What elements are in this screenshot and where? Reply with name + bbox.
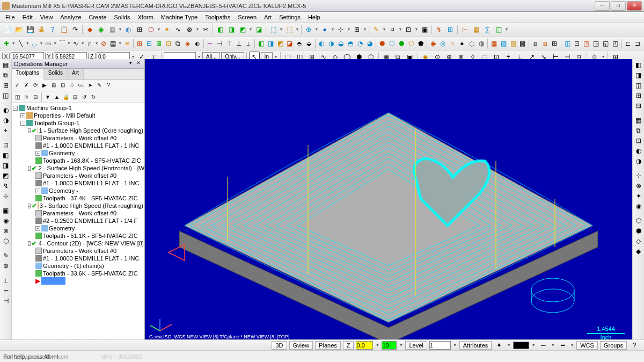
tool-icon[interactable]: ◉ bbox=[634, 201, 643, 211]
menu-toolpaths[interactable]: Toolpaths bbox=[202, 13, 233, 21]
tp-icon[interactable]: ◐ bbox=[317, 38, 326, 49]
tp-icon[interactable]: ⬟ bbox=[416, 38, 425, 49]
axis-icon[interactable]: ⊹ bbox=[335, 24, 346, 35]
tree-tpgroup[interactable]: Toolpath Group-1 bbox=[34, 119, 79, 127]
color-swatch[interactable] bbox=[513, 342, 529, 349]
tool-icon[interactable]: ≋ bbox=[22, 93, 31, 102]
cube-icon[interactable]: ◪ bbox=[253, 24, 264, 35]
status-z-label[interactable]: Z bbox=[343, 341, 354, 350]
xform-icon[interactable]: ⊡ bbox=[164, 38, 173, 49]
plus-icon[interactable]: ✚ bbox=[2, 38, 11, 49]
attr-icon[interactable]: ✦ bbox=[494, 340, 504, 351]
menu-file[interactable]: File bbox=[2, 13, 18, 21]
op-path[interactable]: Toolpath - 33.6K - SF5-HVATAC ZIC bbox=[43, 270, 138, 277]
tool-icon[interactable]: ◆ bbox=[634, 247, 643, 256]
op-tool[interactable]: #1 - 1.0000 ENDMILL1 FLAT - 1 INC bbox=[43, 142, 139, 149]
tool-icon[interactable]: ⧉ bbox=[1, 70, 11, 80]
tool-icon[interactable]: ⊡ bbox=[403, 24, 414, 35]
tp-icon[interactable]: ◓ bbox=[346, 38, 355, 49]
tool-icon[interactable]: ⊘ bbox=[99, 38, 108, 49]
lineweight-icon[interactable]: ━ bbox=[557, 340, 568, 351]
tool-icon[interactable]: ◰ bbox=[611, 38, 620, 49]
op-title[interactable]: 2 - Surface High Speed (Horizontal) - [W bbox=[39, 164, 144, 172]
dim-icon[interactable]: ⊥ bbox=[234, 38, 243, 49]
tp-icon[interactable]: ◎ bbox=[438, 38, 448, 49]
tool-icon[interactable]: ▼ bbox=[43, 93, 52, 102]
tool-icon[interactable]: ∩ bbox=[85, 38, 94, 49]
xform-icon[interactable]: ⊠ bbox=[155, 38, 164, 49]
op-tool[interactable]: #1 - 1.0000 ENDMILL1 FLAT - 1 INC bbox=[43, 179, 139, 187]
tool-icon[interactable]: ⊡ bbox=[31, 93, 40, 102]
menu-edit[interactable]: Edit bbox=[19, 13, 36, 21]
tool-icon[interactable]: ↯ bbox=[1, 181, 11, 191]
rect-icon[interactable]: ▭ bbox=[43, 38, 53, 49]
tool-icon[interactable]: ⬡ bbox=[145, 24, 156, 35]
dim-icon[interactable]: ⊢ bbox=[206, 38, 215, 49]
tool-icon[interactable]: ◫ bbox=[634, 81, 643, 90]
solid-icon[interactable]: ⬘ bbox=[295, 38, 304, 49]
tool-icon[interactable]: ∑ bbox=[482, 24, 493, 35]
insert-arrow-icon[interactable]: ▶ bbox=[35, 277, 40, 285]
xform-icon[interactable]: ⊞ bbox=[135, 38, 144, 49]
tool-icon[interactable]: ◐ bbox=[123, 24, 134, 35]
op-param[interactable]: Parameters - Work offset #0 bbox=[43, 247, 116, 255]
print-icon[interactable]: 🖶 bbox=[36, 24, 47, 35]
tool-icon[interactable]: ⊏ bbox=[624, 38, 633, 49]
tool-icon[interactable]: ▣ bbox=[1, 206, 11, 215]
menu-view[interactable]: View bbox=[37, 13, 56, 21]
status-3d[interactable]: 3D bbox=[272, 341, 287, 350]
dim-icon[interactable]: ⟂ bbox=[244, 38, 253, 49]
op-path[interactable]: Toolpath - 51.1K - SF5-HVATAC ZIC bbox=[43, 232, 138, 240]
tool-icon[interactable]: ⧈ bbox=[531, 38, 540, 49]
op-param[interactable]: Parameters - Work offset #0 bbox=[43, 209, 116, 217]
dim-icon[interactable]: ⊤ bbox=[224, 38, 233, 49]
save-icon[interactable]: 💾 bbox=[25, 24, 35, 35]
tool-icon[interactable]: ◩ bbox=[1, 171, 11, 180]
menu-help[interactable]: Help bbox=[305, 13, 324, 21]
lock-icon[interactable]: 🔒 bbox=[62, 93, 70, 102]
xform-icon[interactable]: ◈ bbox=[183, 38, 192, 49]
tool-icon[interactable]: ⊡ bbox=[634, 136, 643, 146]
tab-art[interactable]: Art bbox=[68, 69, 84, 79]
tool-icon[interactable]: ◫ bbox=[563, 38, 572, 49]
tp-icon[interactable]: ◒ bbox=[336, 38, 346, 49]
tool-icon[interactable]: ◉ bbox=[1, 216, 11, 226]
arc-icon[interactable]: ◡ bbox=[30, 38, 39, 49]
tool-icon[interactable]: ◲ bbox=[591, 38, 601, 49]
status-planes[interactable]: Planes bbox=[315, 341, 341, 350]
tool-icon[interactable]: ◐ bbox=[634, 146, 643, 156]
g1-icon[interactable]: G1 bbox=[77, 81, 85, 90]
tool-icon[interactable]: ⊞ bbox=[445, 24, 456, 35]
op-path[interactable]: Toolpath - 163.8K - SF5-HVATAC ZIC bbox=[43, 157, 141, 164]
op-param[interactable]: Parameters - Work offset #0 bbox=[43, 172, 116, 179]
tree-root[interactable]: Machine Group-1 bbox=[26, 104, 72, 112]
tp-icon[interactable]: ◌ bbox=[467, 38, 476, 49]
tool-icon[interactable]: ▦ bbox=[107, 24, 118, 35]
selected-insert-point[interactable] bbox=[41, 277, 65, 285]
tool-icon[interactable]: ▦ bbox=[1, 60, 11, 70]
pencil-icon[interactable]: ✎ bbox=[371, 24, 382, 35]
status-attributes[interactable]: Attributes bbox=[459, 341, 492, 350]
status-level-input[interactable] bbox=[429, 341, 451, 350]
sphere-icon[interactable]: ● bbox=[319, 24, 330, 35]
op-geom[interactable]: Geometry - bbox=[49, 149, 78, 157]
tool-icon[interactable]: ⬡ bbox=[634, 216, 643, 226]
menu-xform[interactable]: Xform bbox=[135, 13, 157, 21]
cube-icon[interactable]: ◩ bbox=[237, 24, 248, 35]
status-box-input[interactable] bbox=[382, 341, 397, 350]
grid-icon[interactable]: ▧ bbox=[499, 38, 508, 49]
tool-icon[interactable]: ⧉ bbox=[634, 126, 643, 135]
solid-icon[interactable]: ◨ bbox=[266, 38, 275, 49]
tool-icon[interactable]: ◱ bbox=[601, 38, 610, 49]
tool-icon[interactable]: ⊡ bbox=[58, 81, 67, 90]
tool-icon[interactable]: ⊞ bbox=[134, 24, 145, 35]
help-icon[interactable]: ? bbox=[47, 24, 58, 35]
solid-icon[interactable]: ◧ bbox=[257, 38, 266, 49]
tool-icon[interactable]: ⊩ bbox=[459, 24, 470, 35]
status-groups[interactable]: Groups bbox=[600, 341, 627, 350]
tool-icon[interactable]: ✂ bbox=[200, 24, 211, 35]
tab-toolpaths[interactable]: Toolpaths bbox=[12, 69, 44, 79]
globe-icon[interactable]: ⊕ bbox=[303, 24, 314, 35]
tool-icon[interactable]: ◧ bbox=[1, 150, 11, 160]
op-title[interactable]: 1 - Surface High Speed (Core roughing) bbox=[39, 127, 143, 134]
